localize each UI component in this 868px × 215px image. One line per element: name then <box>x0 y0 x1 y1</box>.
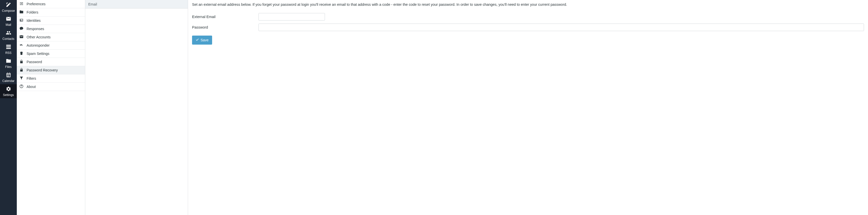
external-email-row: External Email <box>192 13 864 21</box>
password-input[interactable] <box>258 24 864 31</box>
settings-row-folders-label: Folders <box>27 10 38 14</box>
settings-row-preferences-label: Preferences <box>27 2 45 6</box>
nav-settings-label: Settings <box>3 93 14 96</box>
settings-row-filters[interactable]: Filters <box>17 74 85 83</box>
settings-row-spam-settings[interactable]: Spam Settings <box>17 50 85 58</box>
id-card-icon <box>19 18 24 23</box>
settings-row-spam-settings-label: Spam Settings <box>27 52 50 56</box>
nav-calendar[interactable]: Calendar <box>0 70 17 84</box>
nav-rss[interactable]: RSS <box>0 42 17 56</box>
nav-contacts[interactable]: Contacts <box>0 28 17 42</box>
settings-row-preferences[interactable]: Preferences <box>17 0 85 8</box>
settings-row-autoresponder-label: Autoresponder <box>27 43 50 48</box>
settings-row-about-label: About <box>27 85 36 89</box>
rss-icon <box>6 44 11 50</box>
settings-sections-list: Preferences Folders Identities Responses… <box>17 0 85 215</box>
settings-row-responses-label: Responses <box>27 27 44 31</box>
unlock-icon <box>19 68 24 73</box>
save-button-label: Save <box>200 38 209 42</box>
reply-all-icon <box>19 43 24 48</box>
lock-icon <box>19 59 24 64</box>
middle-column-header-text: Email <box>88 2 97 6</box>
nav-contacts-label: Contacts <box>2 37 14 40</box>
envelope-icon <box>19 35 24 39</box>
recovery-instructions: Set an external email address below. If … <box>192 2 864 7</box>
settings-row-filters-label: Filters <box>27 76 36 81</box>
settings-row-about[interactable]: About <box>17 83 85 91</box>
settings-row-folders[interactable]: Folders <box>17 8 85 17</box>
nav-mail[interactable]: Mail <box>0 14 17 28</box>
chat-bubble-icon <box>19 26 24 31</box>
files-icon <box>6 58 11 64</box>
content-pane: Set an external email address below. If … <box>188 0 868 215</box>
nav-files[interactable]: Files <box>0 56 17 70</box>
nav-mail-label: Mail <box>5 23 11 26</box>
calendar-icon <box>6 72 11 79</box>
trash-icon <box>19 51 24 56</box>
gear-icon <box>6 86 11 92</box>
filter-icon <box>19 76 24 81</box>
contacts-icon <box>6 30 11 36</box>
nav-compose-label: Compose <box>2 9 15 12</box>
check-icon <box>195 38 199 42</box>
middle-column-header: Email <box>85 0 188 8</box>
mail-icon <box>6 16 11 22</box>
save-button[interactable]: Save <box>192 36 212 44</box>
password-row: Password <box>192 24 864 31</box>
settings-row-password-label: Password <box>27 60 42 64</box>
settings-row-autoresponder[interactable]: Autoresponder <box>17 41 85 50</box>
compose-icon <box>6 2 11 8</box>
settings-row-responses[interactable]: Responses <box>17 25 85 33</box>
nav-rail: Compose Mail Contacts RSS Files Calendar <box>0 0 17 215</box>
nav-rss-label: RSS <box>5 51 11 54</box>
settings-row-password-recovery[interactable]: Password Recovery <box>17 66 85 74</box>
settings-row-password[interactable]: Password <box>17 58 85 66</box>
settings-row-other-accounts[interactable]: Other Accounts <box>17 33 85 41</box>
settings-row-password-recovery-label: Password Recovery <box>27 68 58 72</box>
nav-settings[interactable]: Settings <box>0 84 17 98</box>
middle-column: Email <box>85 0 188 215</box>
sliders-icon <box>19 1 24 6</box>
settings-row-other-accounts-label: Other Accounts <box>27 35 51 39</box>
nav-calendar-label: Calendar <box>2 80 14 83</box>
nav-compose[interactable]: Compose <box>0 0 17 14</box>
nav-files-label: Files <box>5 65 11 68</box>
settings-row-identities[interactable]: Identities <box>17 17 85 25</box>
folder-icon <box>19 10 24 15</box>
question-circle-icon <box>19 84 24 89</box>
password-label: Password <box>192 25 258 29</box>
external-email-input[interactable] <box>258 13 325 21</box>
external-email-label: External Email <box>192 15 258 19</box>
settings-row-identities-label: Identities <box>27 19 41 23</box>
